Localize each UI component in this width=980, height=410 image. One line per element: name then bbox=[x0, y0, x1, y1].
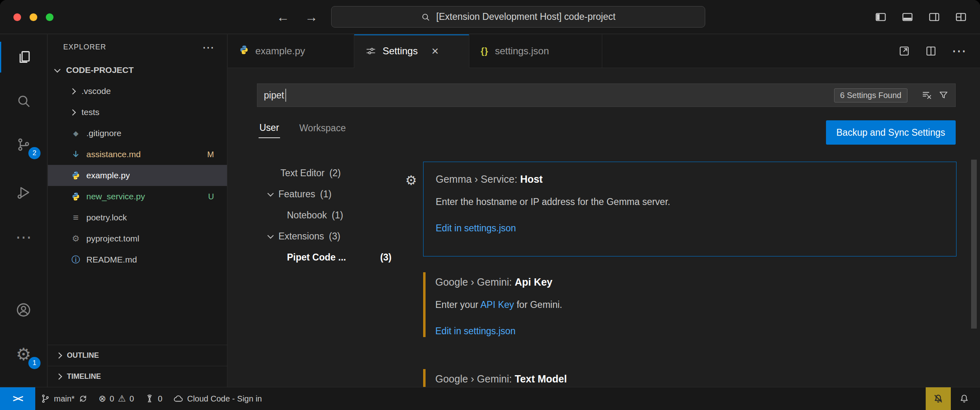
toc-pipet-code[interactable]: Pipet Code ... (3) bbox=[257, 247, 408, 268]
file-label: new_service.py bbox=[86, 192, 145, 201]
tree-item-vscode[interactable]: .vscode bbox=[48, 81, 227, 102]
tab-settings[interactable]: Settings × bbox=[354, 34, 469, 68]
toc-extensions[interactable]: Extensions (3) bbox=[257, 226, 408, 247]
file-label: README.md bbox=[86, 255, 137, 265]
lock-file-icon: ≡ bbox=[71, 212, 81, 223]
scope-tab-user[interactable]: User bbox=[259, 118, 280, 138]
setting-google-gemini-api-key[interactable]: Google › Gemini: Api Key Enter your API … bbox=[423, 269, 956, 340]
tree-root-label: CODE-PROJECT bbox=[66, 65, 134, 75]
edit-in-settings-json-link[interactable]: Edit in settings.json bbox=[436, 223, 944, 234]
editor-group: example.py Settings × {} settings.json ⋯ bbox=[228, 34, 980, 387]
git-file-icon: ◆ bbox=[71, 129, 81, 138]
activity-accounts-icon[interactable] bbox=[0, 295, 47, 325]
sync-changes-icon bbox=[78, 394, 88, 404]
cloud-code-item[interactable]: Cloud Code - Sign in bbox=[168, 387, 267, 410]
command-center-search[interactable]: [Extension Development Host] code-projec… bbox=[331, 6, 705, 28]
setting-actions-gear-icon[interactable]: ⚙ bbox=[405, 173, 417, 188]
settings-search-value: pipet bbox=[264, 90, 284, 101]
title-bar: ← → [Extension Development Host] code-pr… bbox=[0, 0, 980, 34]
cloud-icon bbox=[173, 393, 184, 404]
info-file-icon: ⓘ bbox=[71, 254, 81, 265]
window-controls bbox=[13, 13, 53, 21]
python-file-icon bbox=[239, 45, 249, 57]
notifications-bell-icon[interactable] bbox=[951, 387, 978, 410]
zoom-window-button[interactable] bbox=[46, 13, 53, 21]
ellipsis-icon: ⋯ bbox=[15, 228, 32, 246]
toggle-panel-icon[interactable] bbox=[901, 11, 914, 23]
tree-item-assistance-md[interactable]: assistance.md M bbox=[48, 144, 227, 165]
radio-tower-icon bbox=[145, 394, 154, 404]
setting-gemma-service-host[interactable]: Gemma › Service: Host Enter the hostname… bbox=[423, 162, 956, 256]
python-file-icon bbox=[71, 171, 81, 180]
tree-item-readme-md[interactable]: ⓘ README.md bbox=[48, 249, 227, 270]
toc-count: (1) bbox=[332, 210, 343, 221]
toc-notebook[interactable]: Notebook (1) bbox=[257, 205, 408, 226]
activity-search-icon[interactable] bbox=[0, 85, 47, 116]
navigate-forward-icon[interactable]: → bbox=[305, 10, 318, 25]
chevron-right-icon bbox=[70, 88, 76, 94]
scm-changes-badge: 2 bbox=[28, 147, 41, 159]
tree-item-poetry-lock[interactable]: ≡ poetry.lock bbox=[48, 207, 227, 228]
edit-in-settings-json-link[interactable]: Edit in settings.json bbox=[435, 326, 944, 337]
activity-settings-gear-icon[interactable]: ⚙ 1 bbox=[0, 339, 47, 370]
tab-settings-json[interactable]: {} settings.json bbox=[469, 34, 602, 68]
timeline-section-header[interactable]: TIMELINE bbox=[48, 366, 227, 387]
tab-bar: example.py Settings × {} settings.json ⋯ bbox=[228, 34, 980, 68]
branch-icon bbox=[41, 394, 50, 404]
git-branch-item[interactable]: main* bbox=[35, 387, 93, 410]
explorer-title: EXPLORER bbox=[63, 43, 106, 51]
tab-label: Settings bbox=[383, 45, 418, 57]
tree-item-tests[interactable]: tests bbox=[48, 102, 227, 123]
scope-tab-workspace[interactable]: Workspace bbox=[299, 119, 347, 138]
tab-label: settings.json bbox=[495, 45, 549, 57]
toc-label: Pipet Code ... bbox=[287, 252, 346, 263]
settings-scrollbar[interactable] bbox=[971, 160, 977, 329]
tree-item-pyproject-toml[interactable]: ⚙ pyproject.toml bbox=[48, 228, 227, 249]
activity-more-icon[interactable]: ⋯ bbox=[0, 222, 47, 252]
chevron-down-icon bbox=[54, 66, 61, 73]
customize-layout-icon[interactable] bbox=[955, 11, 967, 23]
activity-run-debug-icon[interactable] bbox=[0, 177, 47, 208]
open-settings-json-icon[interactable] bbox=[898, 45, 910, 57]
editor-more-actions-icon[interactable]: ⋯ bbox=[952, 43, 966, 60]
minimize-window-button[interactable] bbox=[30, 13, 37, 21]
tree-item-new-service-py[interactable]: new_service.py U bbox=[48, 186, 227, 207]
setting-google-gemini-text-model[interactable]: Google › Gemini: Text Model bbox=[423, 366, 956, 387]
json-braces-icon: {} bbox=[481, 46, 488, 56]
outline-section-header[interactable]: OUTLINE bbox=[48, 345, 227, 366]
tree-root-code-project[interactable]: CODE-PROJECT bbox=[48, 60, 227, 81]
chevron-right-icon bbox=[56, 374, 62, 380]
api-key-link[interactable]: API Key bbox=[480, 299, 514, 310]
close-window-button[interactable] bbox=[13, 13, 21, 21]
activity-explorer-icon[interactable] bbox=[0, 42, 47, 73]
chevron-down-icon bbox=[267, 190, 274, 196]
navigate-back-icon[interactable]: ← bbox=[276, 10, 289, 25]
tab-example-py[interactable]: example.py bbox=[228, 34, 354, 68]
tree-item-example-py[interactable]: example.py bbox=[48, 165, 227, 186]
split-editor-icon[interactable] bbox=[925, 45, 937, 57]
close-tab-icon[interactable]: × bbox=[432, 44, 439, 58]
tree-item-gitignore[interactable]: ◆ .gitignore bbox=[48, 123, 227, 144]
errors-count: 0 bbox=[110, 394, 114, 404]
toc-count: (3) bbox=[329, 231, 340, 242]
remote-indicator[interactable]: >< bbox=[0, 387, 35, 410]
settings-badge: 1 bbox=[28, 357, 41, 369]
setting-title: Google › Gemini: Text Model bbox=[435, 373, 944, 385]
vscode-window: ← → [Extension Development Host] code-pr… bbox=[0, 0, 980, 410]
chevron-down-icon bbox=[267, 232, 274, 239]
explorer-more-actions-icon[interactable]: ⋯ bbox=[202, 40, 215, 54]
ports-count: 0 bbox=[158, 394, 163, 404]
setting-description: Enter the hostname or IP address for the… bbox=[436, 196, 944, 207]
settings-editor: pipet 6 Settings Found User Workspace Ba… bbox=[228, 68, 980, 387]
do-not-disturb-item[interactable] bbox=[926, 387, 951, 410]
problems-item[interactable]: ⊗ 0 ⚠ 0 bbox=[93, 387, 139, 410]
ports-item[interactable]: 0 bbox=[139, 387, 168, 410]
activity-source-control-icon[interactable]: 2 bbox=[0, 129, 47, 160]
toggle-secondary-sidebar-icon[interactable] bbox=[928, 11, 940, 23]
chevron-right-icon bbox=[56, 352, 62, 359]
outline-label: OUTLINE bbox=[67, 351, 99, 360]
toggle-primary-sidebar-icon[interactable] bbox=[875, 11, 887, 23]
command-center-label: [Extension Development Host] code-projec… bbox=[436, 11, 615, 22]
toc-features[interactable]: Features (1) bbox=[257, 184, 408, 205]
toc-text-editor[interactable]: Text Editor (2) bbox=[257, 162, 408, 184]
